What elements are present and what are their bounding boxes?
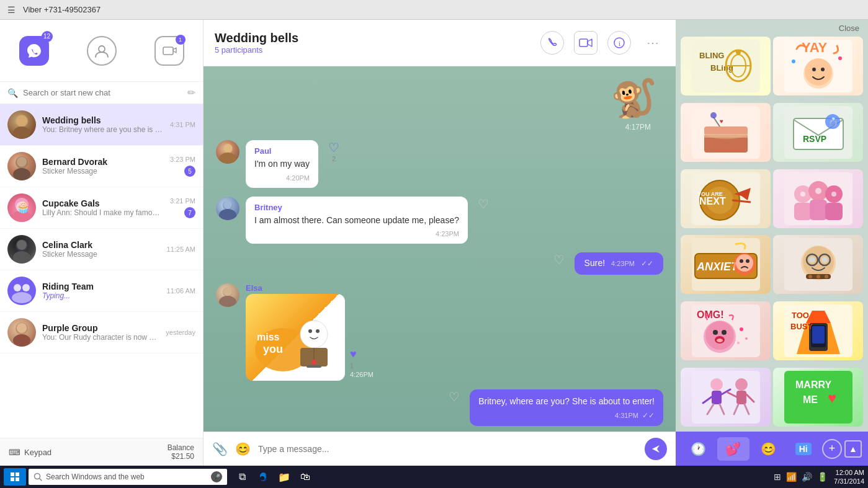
svg-rect-143 [11, 477, 14, 481]
like-heart-sure[interactable]: ♡ [553, 252, 565, 267]
chat-item-cupcake[interactable]: 🧁 Cupcake Gals Lilly Ann: Should I make … [0, 187, 203, 229]
chat-item-riding[interactable]: Riding Team Typing... 11:06 AM [0, 270, 203, 312]
start-button[interactable] [4, 468, 26, 486]
sticker-tab-people[interactable]: 😊 [752, 437, 785, 461]
svg-point-125 [710, 378, 723, 391]
sidebar-nav-messages[interactable]: 12 [9, 26, 59, 76]
sticker-close-button[interactable]: Close [839, 24, 859, 33]
sticker-add-button[interactable]: + [822, 439, 842, 459]
call-button[interactable] [540, 31, 564, 55]
like-heart-britney-where[interactable]: ♡ [449, 389, 460, 404]
svg-text:RSVP: RSVP [803, 134, 826, 144]
task-view-button[interactable]: ⧉ [232, 468, 252, 486]
video-call-button[interactable] [574, 31, 597, 55]
svg-rect-126 [712, 391, 722, 404]
svg-point-4 [16, 115, 27, 126]
svg-point-54 [812, 68, 816, 71]
like-heart-paul[interactable]: ♡ [328, 140, 339, 155]
store-button[interactable]: 🛍 [295, 468, 315, 486]
stories-badge: 1 [176, 35, 186, 45]
taskbar-items: ⧉ 📁 🛍 [232, 468, 315, 486]
chat-preview-celina: Sticker Message [42, 250, 161, 259]
svg-rect-81 [810, 200, 827, 220]
sticker-cell-marry[interactable]: MARRY ME ♥ [773, 368, 863, 427]
taskbar-clock[interactable]: 12:00 AM 7/31/2014 [834, 468, 864, 486]
svg-point-92 [746, 259, 749, 263]
send-button[interactable] [645, 438, 667, 460]
sticker-cell-rsvp[interactable]: RSVP 💍 [773, 103, 863, 162]
sticker-cell-cake[interactable]: ♥ [681, 103, 771, 162]
microphone-button[interactable]: 🎤 [211, 471, 222, 482]
message-input[interactable] [258, 444, 637, 454]
chat-time-wedding-bells: 4:31 PM [170, 121, 195, 128]
attach-button[interactable]: 📎 [212, 441, 228, 456]
sticker-up-button[interactable]: ▲ [844, 440, 862, 458]
message-row-elsa: Elsa miss you [216, 283, 663, 381]
message-content-elsa: Elsa miss you [246, 283, 374, 381]
chat-item-bernard[interactable]: Bernard Dvorak Sticker Message 3:23 PM 5 [0, 146, 203, 187]
msg-tick-britney-where: ✓✓ [642, 411, 655, 420]
svg-rect-21 [579, 39, 588, 47]
search-input[interactable] [23, 88, 182, 97]
sticker-cell-nerd[interactable] [773, 235, 863, 294]
like-heart-britney[interactable]: ♡ [478, 197, 489, 211]
chat-list: Wedding bells You: Britney where are you… [0, 104, 203, 438]
chat-badge-bernard: 5 [184, 166, 195, 177]
sidebar-nav-stories[interactable]: 1 [145, 26, 194, 76]
sticker-cell-gang[interactable] [773, 169, 863, 228]
sticker-cell-omg[interactable]: OMG! [681, 301, 771, 360]
sticker-cell-busy[interactable]: TOO BUSY [773, 301, 863, 360]
sidebar-nav-contacts[interactable] [77, 26, 127, 76]
chat-item-celina[interactable]: Celina Clark Sticker Message 11:25 AM [0, 229, 203, 270]
chat-area: Wedding bells 5 participants [204, 20, 676, 466]
sticker-cell-bling[interactable]: BLING BLing [681, 37, 771, 95]
network-icon[interactable]: 📶 [786, 472, 797, 482]
sticker-tab-hi[interactable]: Hi [787, 437, 820, 461]
chat-name-riding: Riding Team [42, 282, 161, 291]
battery-icon[interactable]: 🔋 [817, 472, 828, 482]
sticker-cell-next[interactable]: YOU ARE NEXT [681, 169, 771, 228]
chat-item-wedding-bells[interactable]: Wedding bells You: Britney where are you… [0, 104, 203, 146]
chat-badge-cupcake: 7 [184, 207, 195, 218]
avatar-riding [7, 277, 36, 305]
svg-point-102 [808, 275, 812, 278]
file-explorer-button[interactable]: 📁 [274, 468, 294, 486]
sticker-tab-recent[interactable]: 🕐 [682, 437, 715, 461]
participants-count: 5 participants [215, 45, 298, 55]
msg-time-britney-where: 4:31PM [615, 412, 638, 419]
sticker-meta-elsa: ♥ 1 4:26PM [350, 348, 374, 381]
sticker-cell-dance[interactable] [681, 368, 771, 427]
compose-icon[interactable]: ✏ [187, 87, 195, 99]
hamburger-menu[interactable]: ☰ [7, 5, 16, 15]
svg-rect-137 [784, 371, 852, 424]
volume-icon[interactable]: 🔊 [802, 472, 812, 482]
taskbar: Search Windows and the web 🎤 ⧉ 📁 🛍 ⊞ 📶 🔊… [0, 466, 868, 488]
edge-button[interactable] [253, 468, 273, 486]
svg-point-99 [809, 257, 815, 263]
sticker-miss-you: miss you [246, 294, 374, 381]
chat-info-purple: Purple Group You: Our Rudy character is … [42, 323, 159, 342]
emoji-button[interactable]: 😊 [235, 441, 251, 456]
msg-footer-britney-where: 4:31PM ✓✓ [478, 411, 655, 420]
chat-time-celina: 11:25 AM [167, 246, 195, 253]
svg-text:💍: 💍 [828, 117, 839, 127]
sticker-cell-yay[interactable]: YAY [773, 37, 863, 95]
svg-text:TOO: TOO [792, 311, 809, 320]
sticker-image-miss-you: miss you [246, 294, 345, 381]
notifications-icon[interactable]: ⊞ [774, 472, 781, 482]
svg-point-20 [17, 323, 27, 333]
chat-name-purple: Purple Group [42, 323, 159, 333]
msg-time-m0: 4:17PM [216, 123, 657, 131]
keypad-button[interactable]: ⌨ Keypad [9, 448, 51, 457]
input-area: 📎 😊 [204, 432, 676, 466]
info-button[interactable]: i [607, 31, 631, 55]
svg-point-6 [13, 168, 30, 180]
sticker-like-elsa[interactable]: ♥ [350, 348, 357, 361]
svg-text:🧁: 🧁 [16, 200, 30, 214]
sticker-cell-anxiety[interactable]: ANXIETY! [681, 235, 771, 294]
taskbar-search-bar[interactable]: Search Windows and the web 🎤 [29, 469, 227, 485]
chat-info-celina: Celina Clark Sticker Message [42, 240, 161, 259]
sticker-tab-hearts[interactable]: 💕 [717, 437, 750, 461]
more-button[interactable]: ⋯ [641, 31, 664, 55]
chat-item-purple[interactable]: Purple Group You: Our Rudy character is … [0, 312, 203, 353]
